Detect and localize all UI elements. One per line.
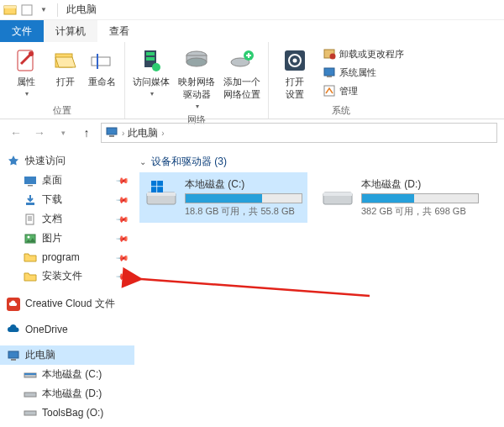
sidebar-item-documents[interactable]: 文档 📌 (0, 209, 134, 229)
sidebar-item-creative-cloud[interactable]: Creative Cloud 文件 (0, 294, 134, 314)
nav-recent-dropdown[interactable]: ▾ (54, 124, 72, 142)
svg-rect-23 (327, 76, 332, 77)
manage-label: 管理 (339, 85, 358, 98)
rename-icon (88, 47, 115, 74)
svg-point-4 (29, 51, 34, 56)
svg-rect-34 (8, 351, 18, 358)
svg-rect-1 (4, 6, 16, 8)
uninstall-label: 卸载或更改程序 (339, 48, 404, 61)
map-drive-icon (183, 47, 210, 74)
svg-rect-2 (22, 5, 32, 15)
svg-rect-30 (26, 214, 34, 224)
section-header-label: 设备和驱动器 (3) (151, 155, 227, 169)
svg-point-11 (152, 63, 160, 71)
quick-access-toolbar: ▼ (3, 3, 61, 17)
nav-forward-button[interactable]: → (30, 124, 49, 142)
access-media-label: 访问媒体 (133, 76, 170, 88)
this-pc-icon (105, 125, 118, 141)
map-drive-label: 映射网络 驱动器 (178, 76, 215, 101)
manage-button[interactable]: 管理 (319, 82, 407, 99)
sidebar-item-label: program (42, 251, 80, 263)
svg-rect-26 (109, 135, 114, 137)
sidebar-item-program[interactable]: program 📌 (0, 248, 134, 266)
map-drive-button[interactable]: 映射网络 驱动器 ▾ (176, 45, 218, 112)
tab-file[interactable]: 文件 (0, 20, 44, 42)
add-location-icon (228, 47, 255, 74)
svg-rect-6 (92, 57, 110, 66)
group-system-label: 系统 (274, 103, 407, 117)
uninstall-button[interactable]: 卸载或更改程序 (319, 45, 407, 62)
add-location-button[interactable]: 添加一个 网络位置 (221, 45, 263, 103)
sidebar-item-pictures[interactable]: 图片 📌 (0, 229, 134, 248)
chevron-down-icon: ▾ (25, 90, 29, 98)
drive-usage-bar (361, 193, 479, 203)
svg-point-19 (293, 59, 297, 63)
breadcrumb[interactable]: › 此电脑 › (101, 123, 497, 143)
sidebar-item-label: 图片 (42, 231, 62, 245)
nav-up-button[interactable]: ↑ (77, 124, 96, 142)
sidebar-item-downloads[interactable]: 下载 📌 (0, 190, 134, 209)
nav-back-button[interactable]: ← (7, 124, 25, 142)
sys-props-button[interactable]: 系统属性 (319, 64, 407, 81)
svg-rect-44 (147, 192, 176, 196)
svg-rect-48 (151, 187, 157, 192)
open-button[interactable]: 打开 (50, 45, 81, 90)
pin-icon: 📌 (116, 231, 129, 245)
sidebar-item-disk-c[interactable]: 本地磁盘 (C:) (0, 365, 134, 384)
sidebar-item-desktop[interactable]: 桌面 📌 (0, 171, 134, 190)
svg-rect-10 (146, 57, 155, 61)
drive-item-c[interactable]: 本地磁盘 (C:) 18.8 GB 可用，共 55.8 GB (139, 172, 307, 223)
breadcrumb-root[interactable]: 此电脑 (128, 126, 158, 140)
annotation-arrow (126, 271, 378, 304)
sidebar-item-quick-access[interactable]: 快速访问 (0, 151, 134, 171)
sidebar-item-label: 桌面 (42, 173, 62, 187)
open-label: 打开 (56, 76, 75, 88)
pin-icon: 📌 (116, 173, 129, 187)
ribbon-group-network: 访问媒体 ▾ 映射网络 驱动器 ▾ 添加一个 网络位置 网络 (125, 42, 269, 119)
sidebar-item-toolsbag[interactable]: ToolsBag (O:) (0, 403, 134, 422)
sidebar-item-label: 本地磁盘 (C:) (42, 367, 102, 382)
explorer-icon (3, 3, 17, 17)
rename-button[interactable]: 重命名 (84, 45, 119, 90)
chevron-down-icon: ⌄ (139, 157, 146, 166)
svg-rect-46 (151, 181, 157, 187)
tab-view[interactable]: 查看 (97, 20, 141, 42)
folder-icon (24, 270, 37, 283)
section-header-devices[interactable]: ⌄ 设备和驱动器 (3) (139, 151, 504, 172)
svg-point-32 (28, 235, 30, 238)
uninstall-icon (323, 47, 336, 61)
svg-rect-37 (24, 373, 36, 375)
properties-button[interactable]: 属性 ▾ (5, 45, 47, 99)
tab-computer[interactable]: 计算机 (44, 20, 97, 42)
media-server-icon (138, 47, 165, 74)
chevron-down-icon: ▾ (150, 90, 154, 98)
drive-icon (24, 387, 37, 401)
open-settings-label: 打开 设置 (286, 76, 304, 101)
open-icon (52, 47, 79, 74)
drive-icon (24, 368, 37, 382)
sidebar-item-label: OneDrive (25, 324, 68, 335)
properties-label: 属性 (17, 76, 35, 88)
svg-rect-9 (146, 52, 155, 55)
sidebar-item-install-files[interactable]: 安装文件 📌 (0, 266, 134, 286)
folder-icon (24, 250, 37, 264)
access-media-button[interactable]: 访问媒体 ▾ (130, 45, 172, 99)
ribbon: 属性 ▾ 打开 重命名 位置 (0, 42, 504, 119)
open-settings-button[interactable]: 打开 设置 (274, 45, 316, 103)
settings-icon (281, 47, 308, 74)
qat-dropdown-icon[interactable] (20, 3, 34, 17)
pin-icon: 📌 (116, 250, 129, 264)
svg-rect-53 (323, 192, 352, 196)
sidebar-item-label: ToolsBag (O:) (42, 407, 103, 419)
qat-caret-icon[interactable]: ▼ (37, 3, 50, 17)
sidebar-item-label: 快速访问 (25, 154, 66, 168)
main-body: 快速访问 桌面 📌 下载 📌 文档 📌 图片 📌 program 📌 (0, 146, 504, 427)
sidebar-item-disk-d[interactable]: 本地磁盘 (D:) (0, 384, 134, 403)
ribbon-group-system: 打开 设置 卸载或更改程序 系统属性 管理 系统 (269, 42, 412, 119)
rename-label: 重命名 (88, 76, 116, 88)
ribbon-group-location: 属性 ▾ 打开 重命名 位置 (0, 42, 125, 119)
sidebar-item-this-pc[interactable]: 此电脑 (0, 345, 134, 365)
drive-item-d[interactable]: 本地磁盘 (D:) 382 GB 可用，共 698 GB (316, 172, 484, 223)
sidebar-item-onedrive[interactable]: OneDrive (0, 320, 134, 339)
content-pane: ⌄ 设备和驱动器 (3) 本地磁盘 (C:) 18.8 GB 可用，共 55.8… (134, 146, 504, 427)
